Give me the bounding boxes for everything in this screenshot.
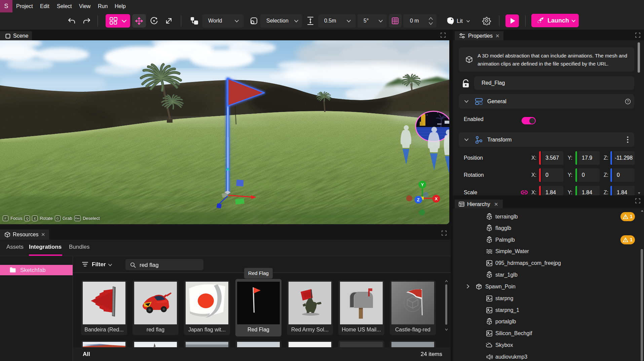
svg-text:Z: Z [417,197,420,202]
svg-text:Y: Y [421,182,424,187]
svg-text:X: X [435,196,438,201]
svg-text:?: ? [627,100,629,104]
